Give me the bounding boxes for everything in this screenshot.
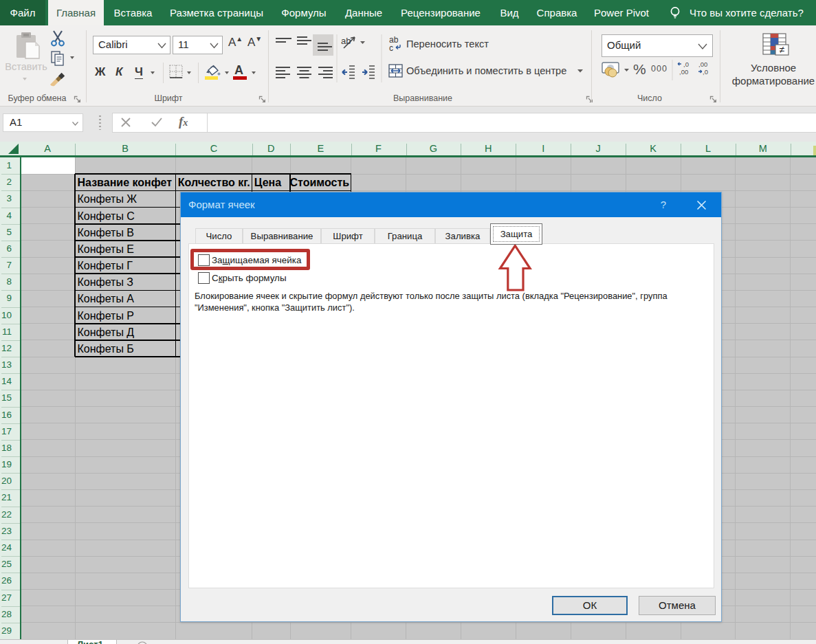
svg-text:ab: ab (341, 36, 351, 46)
svg-text:Объединить и поместить в центр: Объединить и поместить в центре (406, 65, 566, 76)
svg-text:c: c (389, 43, 393, 53)
svg-text:000: 000 (651, 64, 668, 74)
svg-text:,0: ,0 (703, 68, 708, 76)
svg-text:%: % (633, 61, 646, 77)
svg-text:,0: ,0 (683, 60, 689, 68)
svg-text:,00: ,00 (679, 68, 688, 76)
svg-text:≠: ≠ (780, 44, 785, 55)
svg-text:Переносить текст: Переносить текст (406, 38, 489, 49)
svg-text:,00: ,00 (698, 60, 707, 68)
